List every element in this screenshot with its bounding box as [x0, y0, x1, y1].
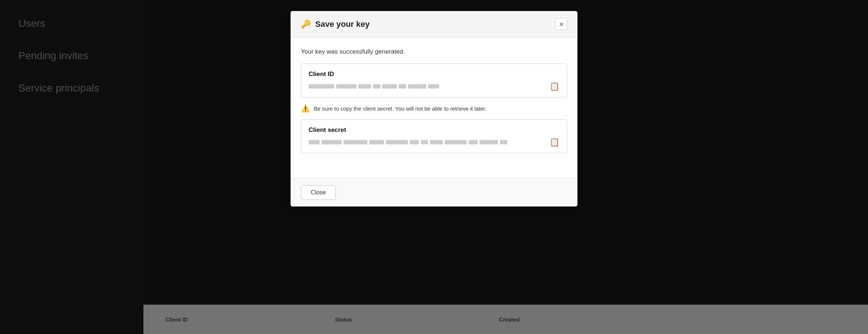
blur-chunk [344, 140, 367, 144]
blur-chunk [421, 140, 428, 144]
client-secret-value-row: 📋 [309, 137, 559, 147]
modal-title: Save your key [315, 19, 370, 29]
modal-header-left: 🔑 Save your key [301, 19, 370, 29]
close-icon: ✕ [559, 21, 564, 28]
client-id-box: Client ID 📋 [301, 64, 567, 97]
blur-chunk [445, 140, 467, 144]
key-icon: 🔑 [301, 19, 311, 29]
success-message: Your key was successfully generated. [301, 48, 567, 55]
client-secret-label: Client secret [309, 126, 559, 134]
blur-chunk [309, 84, 334, 89]
copy-client-id-icon[interactable]: 📋 [549, 82, 559, 91]
blur-chunk [336, 84, 356, 89]
blur-chunk [321, 140, 342, 144]
blur-chunk [382, 84, 397, 89]
blur-chunk [358, 84, 371, 89]
modal-header: 🔑 Save your key ✕ [291, 11, 577, 38]
blur-chunk [399, 84, 406, 89]
client-secret-blurred [309, 140, 507, 144]
blur-chunk [369, 140, 384, 144]
warning-icon: ⚠️ [301, 104, 310, 113]
client-id-value-row: 📋 [309, 82, 559, 91]
blur-chunk [410, 140, 419, 144]
client-secret-box: Client secret 📋 [301, 119, 567, 153]
save-key-modal: 🔑 Save your key ✕ Your key was successfu… [291, 11, 577, 206]
blur-chunk [469, 140, 478, 144]
modal-footer: Close [291, 178, 577, 206]
warning-text: Be sure to copy the client secret. You w… [314, 105, 486, 112]
blur-chunk [428, 84, 439, 89]
modal-close-button[interactable]: ✕ [555, 18, 567, 30]
modal-body: Your key was successfully generated. Cli… [291, 38, 577, 178]
client-id-label: Client ID [309, 71, 559, 78]
blur-chunk [386, 140, 408, 144]
blur-chunk [309, 140, 320, 144]
copy-client-secret-icon[interactable]: 📋 [549, 137, 559, 147]
blur-chunk [500, 140, 507, 144]
blur-chunk [408, 84, 426, 89]
blur-chunk [373, 84, 380, 89]
blur-chunk [480, 140, 498, 144]
footer-spacer [301, 160, 567, 171]
client-id-blurred [309, 84, 439, 89]
warning-row: ⚠️ Be sure to copy the client secret. Yo… [301, 104, 567, 113]
blur-chunk [430, 140, 443, 144]
close-button[interactable]: Close [301, 185, 336, 200]
